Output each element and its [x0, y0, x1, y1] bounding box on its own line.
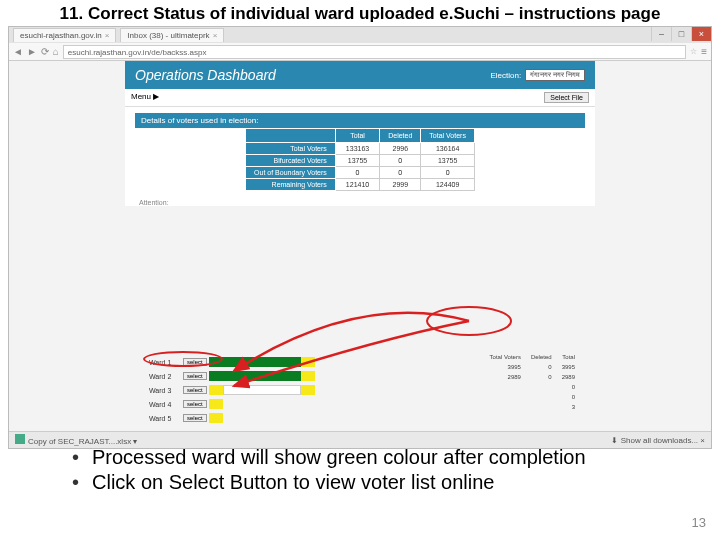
browser-window: esuchi-rajasthan.gov.in× Inbox (38) - ul… — [8, 26, 712, 449]
minimize-button[interactable]: – — [651, 27, 671, 41]
url-bar[interactable]: esuchi.rajasthan.gov.in/de/backss.aspx — [63, 45, 686, 59]
table-row: 0 — [486, 383, 579, 391]
list-item: •Click on Select Button to view voter li… — [72, 470, 680, 495]
voters-summary-table: Total Deleted Total Voters Total Voters1… — [245, 128, 475, 191]
menu-icon[interactable]: ≡ — [701, 46, 707, 57]
ward-status-bar — [209, 385, 315, 395]
table-row: Bifurcated Voters13755013755 — [246, 155, 475, 167]
slide-title: 11. Correct Status of individual ward up… — [0, 0, 720, 26]
ward-row: Ward 4 select — [149, 397, 315, 411]
reload-icon[interactable]: ⟳ — [41, 46, 49, 57]
ward-select-button[interactable]: select — [183, 400, 207, 408]
table-header — [246, 129, 336, 143]
ward-label: Ward 3 — [149, 387, 181, 394]
select-file-button[interactable]: Select File — [544, 92, 589, 103]
browser-tabstrip: esuchi-rajasthan.gov.in× Inbox (38) - ul… — [9, 27, 711, 43]
ward-status-bar — [209, 357, 315, 367]
ward-row: Ward 3 select — [149, 383, 315, 397]
table-row: Remaining Voters1214102999124409 — [246, 179, 475, 191]
table-row: Out of Boundary Voters000 — [246, 167, 475, 179]
election-label: Election: — [490, 71, 521, 80]
browser-viewport: Operations Dashboard Election: गंगानगर न… — [9, 61, 711, 431]
ward-select-button[interactable]: select — [183, 414, 207, 422]
ward-status-bar — [209, 371, 315, 381]
election-select[interactable]: गंगानगर नगर निगम — [525, 69, 585, 81]
browser-toolbar: ◄ ► ⟳ ⌂ esuchi.rajasthan.gov.in/de/backs… — [9, 43, 711, 61]
attention-label: Attention: — [139, 199, 581, 206]
ward-side-table: Total VotersDeletedTotal 399503995 29890… — [484, 351, 581, 413]
window-close-button[interactable]: × — [691, 27, 711, 41]
home-icon[interactable]: ⌂ — [53, 46, 59, 57]
list-item: •Processed ward will show green colour a… — [72, 445, 680, 470]
back-icon[interactable]: ◄ — [13, 46, 23, 57]
close-icon[interactable]: × — [105, 31, 110, 40]
dashboard-header: Operations Dashboard Election: गंगानगर न… — [125, 61, 595, 89]
page-number: 13 — [692, 515, 706, 530]
table-header: Total — [335, 129, 379, 143]
show-all-downloads[interactable]: ⬇ Show all downloads... × — [611, 436, 705, 445]
ward-select-button[interactable]: select — [183, 386, 207, 394]
table-row: 298902989 — [486, 373, 579, 381]
close-icon[interactable]: × — [213, 31, 218, 40]
ward-row: Ward 2 select — [149, 369, 315, 383]
dashboard-title: Operations Dashboard — [135, 67, 276, 83]
ward-select-button[interactable]: select — [183, 372, 207, 380]
maximize-button[interactable]: □ — [671, 27, 691, 41]
table-row: Total Voters1331632996136164 — [246, 143, 475, 155]
ward-row: Ward 5 select — [149, 411, 315, 425]
ward-status-bar — [209, 399, 223, 409]
browser-tab[interactable]: Inbox (38) - ultimateprk× — [120, 28, 224, 42]
file-icon — [15, 434, 25, 444]
section-header: Details of voters used in election: — [135, 113, 585, 128]
bookmark-icon[interactable]: ☆ — [690, 47, 697, 56]
bullet-list: •Processed ward will show green colour a… — [72, 445, 680, 495]
page-content: Operations Dashboard Election: गंगानगर न… — [125, 61, 595, 206]
forward-icon[interactable]: ► — [27, 46, 37, 57]
table-row: 399503995 — [486, 363, 579, 371]
highlight-oval — [143, 351, 223, 367]
table-row: 3 — [486, 403, 579, 411]
ward-label: Ward 2 — [149, 373, 181, 380]
menu-button[interactable]: Menu ▶ — [131, 92, 159, 103]
browser-tab[interactable]: esuchi-rajasthan.gov.in× — [13, 28, 116, 42]
ward-status-bar — [209, 413, 223, 423]
svg-point-0 — [427, 307, 511, 335]
table-row: 0 — [486, 393, 579, 401]
ward-label: Ward 5 — [149, 415, 181, 422]
ward-label: Ward 4 — [149, 401, 181, 408]
dashboard-menubar: Menu ▶ Select File — [125, 89, 595, 107]
table-header: Deleted — [380, 129, 421, 143]
table-header: Total Voters — [421, 129, 475, 143]
